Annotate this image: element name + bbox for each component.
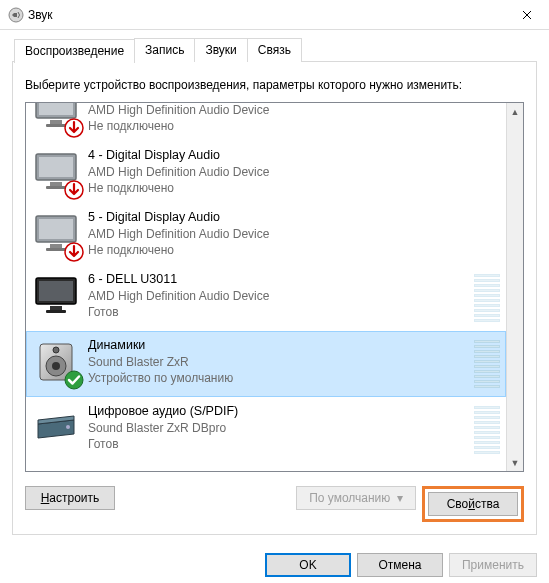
cancel-button[interactable]: Отмена <box>357 553 443 577</box>
monitor-gray-icon <box>32 103 80 134</box>
device-status: Готов <box>88 304 470 320</box>
device-desc: Sound Blaster ZxR DBpro <box>88 420 470 436</box>
tab-1[interactable]: Запись <box>134 38 195 62</box>
tab-3[interactable]: Связь <box>247 38 302 62</box>
device-row[interactable]: 6 - DELL U3011AMD High Definition Audio … <box>26 265 506 331</box>
scrollbar[interactable]: ▲ ▼ <box>506 103 523 471</box>
down-badge-icon <box>64 242 84 262</box>
check-badge-icon <box>64 370 84 390</box>
ok-button[interactable]: OK <box>265 553 351 577</box>
device-status: Не подключено <box>88 242 500 258</box>
set-default-button: По умолчанию ▾ <box>296 486 416 510</box>
device-desc: AMD High Definition Audio Device <box>88 226 500 242</box>
close-button[interactable] <box>504 0 549 30</box>
device-status: Устройство по умолчанию <box>88 370 470 386</box>
highlight-properties: Свойства <box>422 486 524 522</box>
scroll-down-icon[interactable]: ▼ <box>507 454 523 471</box>
window-title: Звук <box>24 8 504 22</box>
device-status: Готов <box>88 436 470 452</box>
device-desc: Sound Blaster ZxR <box>88 354 470 370</box>
monitor-dark-icon <box>32 272 80 320</box>
speaker-icon <box>32 338 80 386</box>
tab-2[interactable]: Звуки <box>194 38 247 62</box>
device-name: 4 - Digital Display Audio <box>88 147 500 164</box>
device-row[interactable]: Цифровое аудио (S/PDIF)Sound Blaster ZxR… <box>26 397 506 463</box>
dialog-button-row: OK Отмена Применить <box>0 553 549 583</box>
tab-0[interactable]: Воспроизведение <box>14 39 135 63</box>
device-name: Цифровое аудио (S/PDIF) <box>88 403 470 420</box>
device-status: Не подключено <box>88 118 500 134</box>
device-row[interactable]: ДинамикиSound Blaster ZxRУстройство по у… <box>26 331 506 397</box>
monitor-gray-icon <box>32 210 80 258</box>
scroll-up-icon[interactable]: ▲ <box>507 103 523 120</box>
down-badge-icon <box>64 118 84 138</box>
app-icon <box>8 7 24 23</box>
tab-strip: ВоспроизведениеЗаписьЗвукиСвязь <box>14 38 537 62</box>
configure-button[interactable]: Настроить <box>25 486 115 510</box>
device-name: Динамики <box>88 337 470 354</box>
titlebar: Звук <box>0 0 549 30</box>
device-list-container: AMD High Definition Audio DeviceAMD High… <box>25 102 524 472</box>
device-name: 6 - DELL U3011 <box>88 271 470 288</box>
device-row[interactable]: 4 - Digital Display AudioAMD High Defini… <box>26 141 506 203</box>
device-desc: AMD High Definition Audio Device <box>88 164 500 180</box>
device-desc: AMD High Definition Audio Device <box>88 103 500 118</box>
properties-button[interactable]: Свойства <box>428 492 518 516</box>
level-meter <box>474 402 500 458</box>
device-name: 5 - Digital Display Audio <box>88 209 500 226</box>
device-desc: AMD High Definition Audio Device <box>88 288 470 304</box>
down-badge-icon <box>64 180 84 200</box>
device-row[interactable]: 5 - Digital Display AudioAMD High Defini… <box>26 203 506 265</box>
apply-button: Применить <box>449 553 537 577</box>
instruction-text: Выберите устройство воспроизведения, пар… <box>25 78 524 92</box>
device-row[interactable]: AMD High Definition Audio DeviceAMD High… <box>26 103 506 141</box>
monitor-gray-icon <box>32 148 80 196</box>
spdif-icon <box>32 404 80 452</box>
level-meter <box>474 270 500 326</box>
close-icon <box>522 10 532 20</box>
device-status: Не подключено <box>88 180 500 196</box>
tab-panel-playback: Выберите устройство воспроизведения, пар… <box>12 61 537 535</box>
device-list[interactable]: AMD High Definition Audio DeviceAMD High… <box>26 103 506 471</box>
level-meter <box>474 336 500 392</box>
